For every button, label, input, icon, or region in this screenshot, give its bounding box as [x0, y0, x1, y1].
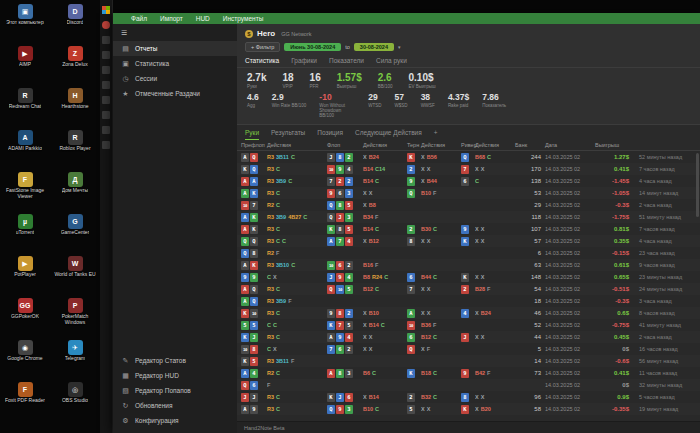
tab[interactable]: Статистика	[245, 57, 279, 67]
sidebar-item[interactable]: ✎Редактор Статов	[113, 353, 237, 368]
menu-item[interactable]: Импорт	[160, 15, 183, 22]
desktop-icon[interactable]: RRoblox Player	[50, 128, 100, 168]
hand-row[interactable]: AAR33B9C722B14C9XB446C13814.03.2025 02-1…	[237, 175, 700, 187]
desktop-icon[interactable]: WWorld of Tanks EU	[50, 254, 100, 294]
taskbar-icon[interactable]	[102, 96, 110, 104]
desktop-icon[interactable]: RRedream Chat	[0, 86, 50, 126]
scrollbar[interactable]	[696, 153, 699, 217]
desktop-icon[interactable]: PPokerMatch Windows	[50, 296, 100, 336]
report-tab[interactable]: Результаты	[271, 129, 305, 140]
taskbar-icon[interactable]	[102, 111, 110, 119]
desktop-icon[interactable]: DDiscord	[50, 2, 100, 42]
hand-row[interactable]: AKR3CK85B14C2B30C9XX10714.03.2025 020.81…	[237, 223, 700, 235]
hand-row[interactable]: AKR3C963XXQB10F5314.03.2025 02-1.05$14 м…	[237, 187, 700, 199]
taskbar-icon[interactable]	[102, 36, 110, 44]
column-header[interactable]: Ривер	[461, 142, 475, 148]
card-icon: 10	[250, 309, 258, 318]
desktop-icon[interactable]: AADAMI Parkkio	[0, 128, 50, 168]
hand-row[interactable]: 107R2CQ85XB82914.03.2025 02-0.3$2 часа н…	[237, 199, 700, 211]
desktop-icon[interactable]: ▶PotPlayer	[0, 254, 50, 294]
action-chip: F	[487, 370, 490, 376]
column-header[interactable]: Префлоп	[241, 142, 267, 148]
flop-actions: XX	[363, 190, 407, 196]
stat-block: 16PFR	[310, 73, 321, 89]
hand-time-ago: 32 минуты назад	[633, 382, 696, 388]
hand-row[interactable]: AQR33B11CJ82XB24KXB56QB68C24414.03.2025 …	[237, 151, 700, 163]
desktop-icon[interactable]: FFoxit PDF Reader	[0, 380, 50, 420]
hand-row[interactable]: 108CX762XXQXF514.03.2025 020$16 часов на…	[237, 343, 700, 355]
hand-row[interactable]: KJR3CA94XX6B12CJXX4414.03.2025 020.45$2 …	[237, 331, 700, 343]
desktop-icon[interactable]: µuTorrent	[0, 212, 50, 252]
column-header[interactable]: Флоп	[327, 142, 363, 148]
tab[interactable]: Сила руки	[376, 57, 407, 67]
desktop-icon[interactable]: ДДом Мечты	[50, 170, 100, 210]
taskbar-icon[interactable]	[102, 66, 110, 74]
sidebar-item[interactable]: ▤Отчеты	[113, 41, 237, 56]
hand-row[interactable]: 55CCK75XB14C10B36F5214.03.2025 02-0.75$4…	[237, 319, 700, 331]
hole-cards: K10	[241, 309, 267, 318]
report-tab[interactable]: Руки	[245, 129, 259, 140]
menu-item[interactable]: HUD	[196, 15, 210, 22]
date-from-button[interactable]: Июнь 30-08-2024	[284, 43, 341, 51]
taskbar-icon[interactable]	[102, 81, 110, 89]
taskbar-icon[interactable]	[102, 51, 110, 59]
desktop-icon[interactable]: ▶AIMP	[0, 44, 50, 84]
taskbar-icon[interactable]	[102, 126, 110, 134]
sidebar-item[interactable]: ▧Редактор Попапов	[113, 383, 237, 398]
column-header[interactable]: Дата	[545, 142, 595, 148]
column-header[interactable]: Действия	[363, 142, 407, 148]
tab[interactable]: Графики	[291, 57, 317, 67]
hand-row[interactable]: A9R3CQ93B10C5XXKXB205814.03.2025 02-0.35…	[237, 403, 700, 415]
hand-row[interactable]: 99CXJ94B8R24C6B44CKXX14814.03.2025 020.6…	[237, 271, 700, 283]
sidebar-item[interactable]: ↻Обновления	[113, 398, 237, 413]
report-tab[interactable]: +	[434, 129, 438, 140]
chevron-down-icon[interactable]: ▾	[398, 44, 401, 50]
sidebar-item[interactable]: ⚙Конфигурация	[113, 413, 237, 428]
flop-cards: 722	[327, 177, 363, 186]
desktop-icon[interactable]: HHearthstone	[50, 86, 100, 126]
column-header[interactable]: Выигрыш	[595, 142, 633, 148]
column-header[interactable]: Действия	[267, 142, 327, 148]
desktop-icon[interactable]: ▣Этот компьютер	[0, 2, 50, 42]
report-tab[interactable]: Позиция	[317, 129, 343, 140]
tab[interactable]: Показатели	[329, 57, 364, 67]
report-tab[interactable]: Следующие Действия	[355, 129, 422, 140]
column-header[interactable]: Терн	[407, 142, 421, 148]
column-header[interactable]: Действия	[475, 142, 515, 148]
hamburger-icon[interactable]: ☰	[113, 27, 237, 41]
column-header[interactable]: Действия	[421, 142, 461, 148]
desktop-icon[interactable]: GGameCenter	[50, 212, 100, 252]
start-button-icon[interactable]	[102, 6, 110, 14]
sidebar-item[interactable]: ▣Статистика	[113, 56, 237, 71]
sidebar-item[interactable]: ★Отмеченные Раздачи	[113, 86, 237, 101]
hand-row[interactable]: AKR33B94B27CQJ3B34F11814.03.2025 02-1.75…	[237, 211, 700, 223]
desktop-icon[interactable]: GGGGPokerOK	[0, 296, 50, 336]
desktop-icon[interactable]: ◉Google Chrome	[0, 338, 50, 378]
column-header[interactable]: Банк	[515, 142, 545, 148]
hand-row[interactable]: K5R33B11F1414.03.2025 02-0.6$56 минут на…	[237, 355, 700, 367]
hand-date: 14.03.2025 02	[545, 166, 595, 172]
hand-row[interactable]: Q8R2F614.03.2025 02-0.15$23 часа назад	[237, 247, 700, 259]
menu-item[interactable]: Инструменты	[223, 15, 264, 22]
menu-item[interactable]: Файл	[131, 15, 147, 22]
desktop-icon[interactable]: FFastStone Image Viewer	[0, 170, 50, 210]
add-filter-button[interactable]: + Фильтр	[245, 42, 280, 52]
sidebar-item[interactable]: ◷Сессии	[113, 71, 237, 86]
desktop-icon[interactable]: ZZona Delux	[50, 44, 100, 84]
taskbar-icon[interactable]	[102, 141, 110, 149]
taskbar-icon[interactable]	[102, 21, 110, 29]
hand-row[interactable]: Q6F14.03.2025 020$32 минуты назад	[237, 379, 700, 391]
desktop-icon-label: AIMP	[19, 62, 31, 68]
hand-row[interactable]: A4R2CA83B6CKB18C9B42F7314.03.2025 020.41…	[237, 367, 700, 379]
desktop-icon[interactable]: ✈Telegram	[50, 338, 100, 378]
sidebar-item[interactable]: ▦Редактор HUD	[113, 368, 237, 383]
hand-row[interactable]: AKR33B10C1062B16F6314.03.2025 020.61$9 ч…	[237, 259, 700, 271]
hand-row[interactable]: KQR3C1094B14C142XX7XX17014.03.2025 020.4…	[237, 163, 700, 175]
hand-row[interactable]: AQR33B9F1814.03.2025 02-0.3$3 часа назад	[237, 295, 700, 307]
date-to-button[interactable]: 30-08-2024	[354, 43, 394, 51]
hand-row[interactable]: K10R3C982XB10AXX4XB244614.03.2025 020.6$…	[237, 307, 700, 319]
hand-row[interactable]: JJR3CKJ6XB142B32C8XX9614.03.2025 020.9$5…	[237, 391, 700, 403]
desktop-icon[interactable]: ◎OBS Studio	[50, 380, 100, 420]
hand-row[interactable]: QQR3CCA74XB128XXKXX5714.03.2025 020.35$4…	[237, 235, 700, 247]
hand-row[interactable]: AQR3CQ105B12C7XX2B28F5414.03.2025 02-0.5…	[237, 283, 700, 295]
